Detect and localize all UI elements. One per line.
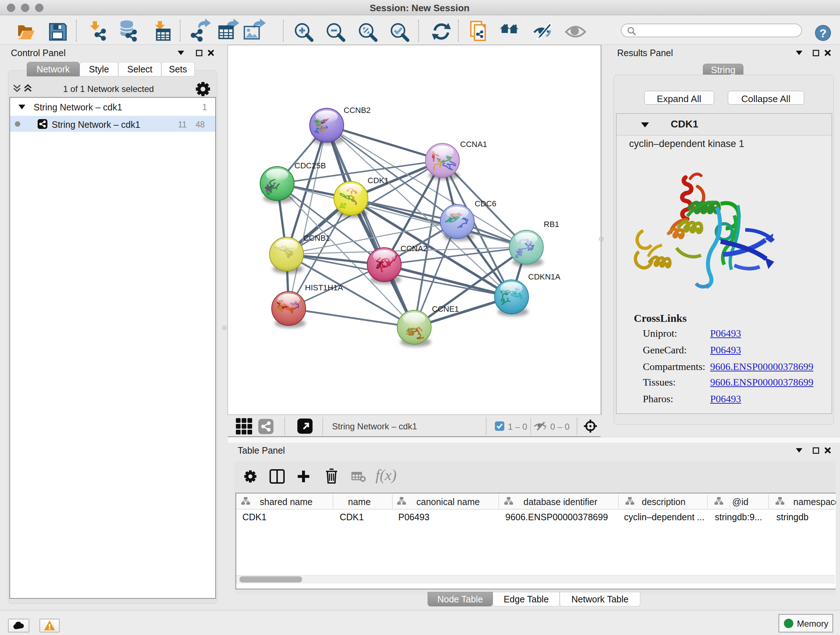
svg-text:CCNB2: CCNB2 [344,106,371,115]
svg-text:CCNA1: CCNA1 [460,140,487,149]
svg-text:HIST1H1A: HIST1H1A [305,283,343,292]
svg-text:CDKN1A: CDKN1A [528,272,561,281]
svg-text:CCNE1: CCNE1 [432,304,459,314]
svg-text:CDK1: CDK1 [368,176,389,185]
svg-text:CDC6: CDC6 [475,199,496,208]
svg-text:CDC25B: CDC25B [294,161,326,170]
svg-text:CCNB1: CCNB1 [303,233,330,242]
svg-text:CCNA2: CCNA2 [401,244,428,253]
svg-text:RB1: RB1 [544,220,559,229]
